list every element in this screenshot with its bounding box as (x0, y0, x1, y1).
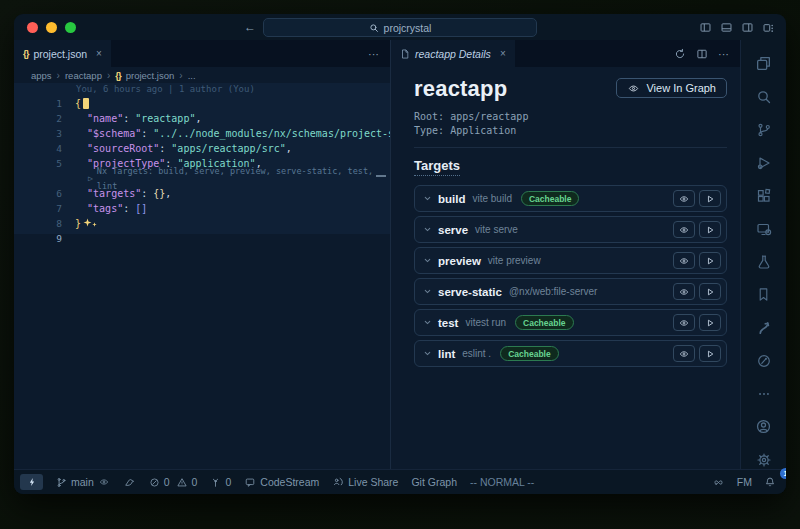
run-target-button[interactable] (699, 252, 721, 269)
chevron-down-icon[interactable] (423, 349, 432, 358)
search-icon[interactable] (741, 80, 786, 113)
view-target-button[interactable] (673, 190, 695, 207)
account-icon[interactable] (741, 410, 786, 443)
root-label: Root: (414, 111, 444, 122)
toggle-primary-sidebar-icon[interactable] (699, 21, 712, 34)
vim-mode-indicator: -- NORMAL -- (470, 476, 534, 488)
line-number: 3 (14, 126, 75, 141)
target-row-lint[interactable]: lint eslint . Cacheable (414, 340, 727, 367)
nx-console-icon[interactable] (741, 311, 786, 344)
git-branch-item[interactable]: main (56, 476, 110, 488)
split-editor-icon[interactable] (696, 48, 708, 60)
chevron-down-icon[interactable] (423, 256, 432, 265)
cacheable-badge: Cacheable (521, 191, 580, 206)
chevron-down-icon[interactable] (423, 194, 432, 203)
breadcrumb-item-reactapp[interactable]: reactapp (65, 70, 102, 81)
settings-badge: 1 (780, 468, 786, 479)
close-tab-icon[interactable]: × (500, 48, 506, 59)
settings-gear-icon[interactable]: 1 (741, 443, 786, 476)
notifications-bell-icon[interactable] (764, 476, 776, 488)
line-number: 2 (14, 111, 75, 126)
toggle-secondary-sidebar-icon[interactable] (741, 21, 754, 34)
problems-item[interactable]: 0 0 (149, 476, 198, 488)
view-target-button[interactable] (673, 252, 695, 269)
chevron-down-icon[interactable] (423, 318, 432, 327)
target-row-serve-static[interactable]: serve-static @nx/web:file-server (414, 278, 727, 305)
json-file-icon: {} (115, 70, 120, 81)
refresh-icon[interactable] (674, 48, 686, 60)
editor-tabstrip: {} project.json × ··· (14, 40, 390, 67)
view-target-button[interactable] (673, 221, 695, 238)
editor-group: {} project.json × ··· apps › reactapp › … (14, 40, 390, 469)
explorer-icon[interactable] (741, 47, 786, 80)
target-row-preview[interactable]: preview vite preview (414, 247, 727, 274)
close-window-button[interactable] (27, 22, 38, 33)
details-actions: ··· (674, 40, 740, 67)
run-target-button[interactable] (699, 314, 721, 331)
code-line-9: 9 (14, 231, 390, 246)
run-debug-icon[interactable] (741, 146, 786, 179)
run-target-button[interactable] (699, 190, 721, 207)
status-right: FM (712, 476, 776, 488)
run-target-button[interactable] (699, 345, 721, 362)
code-line-8: 8 } (14, 216, 390, 231)
fm-indicator[interactable]: FM (737, 476, 752, 488)
bookmark-icon[interactable] (741, 278, 786, 311)
target-row-build[interactable]: build vite build Cacheable (414, 185, 727, 212)
more-actions-icon[interactable]: ··· (368, 48, 379, 60)
code-line-1: 1 { (14, 96, 390, 111)
bird-indicator-icon[interactable] (123, 477, 136, 488)
chevron-down-icon[interactable] (423, 287, 432, 296)
details-panel-group: reactapp Details × ··· reactapp View In … (391, 40, 740, 469)
codestream-item[interactable]: CodeStream (244, 476, 319, 488)
more-actions-icon[interactable]: ··· (718, 48, 729, 60)
zoom-window-button[interactable] (65, 22, 76, 33)
ai-sparkle-icon[interactable] (83, 218, 97, 227)
tab-project-json[interactable]: {} project.json × (14, 40, 111, 67)
breadcrumb-item-symbol[interactable]: ... (188, 70, 196, 81)
breadcrumb-item-apps[interactable]: apps (31, 70, 52, 81)
play-icon: ▷ (88, 171, 93, 186)
extensions-icon[interactable] (741, 179, 786, 212)
view-target-button[interactable] (673, 283, 695, 300)
source-control-icon[interactable] (741, 113, 786, 146)
codestream-icon (244, 477, 256, 488)
target-row-test[interactable]: test vitest run Cacheable (414, 309, 727, 336)
close-tab-icon[interactable]: × (96, 48, 102, 59)
eye-icon[interactable] (98, 477, 110, 487)
view-target-button[interactable] (673, 345, 695, 362)
view-in-graph-button[interactable]: View In Graph (616, 78, 727, 98)
copilot-icon[interactable] (712, 477, 725, 488)
target-row-serve[interactable]: serve vite serve (414, 216, 727, 243)
json-file-icon: {} (23, 48, 28, 59)
code-line-7: 7 "tags": [] (14, 201, 390, 216)
git-graph-item[interactable]: Git Graph (411, 476, 457, 488)
minimize-window-button[interactable] (46, 22, 57, 33)
view-target-button[interactable] (673, 314, 695, 331)
command-center-search[interactable]: projcrystal (263, 18, 537, 37)
back-arrow-button[interactable]: ← (244, 20, 256, 34)
more-views-icon[interactable] (741, 377, 786, 410)
gitlens-icon[interactable] (741, 344, 786, 377)
chevron-down-icon[interactable] (423, 225, 432, 234)
broadcast-item[interactable]: 0 (210, 476, 231, 488)
search-text: projcrystal (384, 22, 432, 34)
breadcrumb-item-project-json[interactable]: project.json (126, 70, 175, 81)
run-target-button[interactable] (699, 283, 721, 300)
desktop: { "titlebar": { "search": "projcrystal",… (0, 0, 800, 529)
remote-lightning-icon[interactable] (20, 474, 43, 490)
run-target-button[interactable] (699, 221, 721, 238)
root-value: apps/reactapp (450, 111, 528, 122)
remote-explorer-icon[interactable] (741, 212, 786, 245)
test-beaker-icon[interactable] (741, 245, 786, 278)
line-number: 7 (14, 201, 75, 216)
liveshare-icon (332, 476, 344, 488)
code-editor[interactable]: You, 6 hours ago | 1 author (You) 1 { 2 … (14, 83, 390, 469)
nx-targets-codelens[interactable]: ▷ Nx Targets: build, serve, preview, ser… (14, 171, 390, 186)
tab-reactapp-details[interactable]: reactapp Details × (391, 40, 515, 67)
liveshare-item[interactable]: Live Share (332, 476, 398, 488)
customize-layout-icon[interactable] (762, 21, 775, 34)
toggle-panel-icon[interactable] (720, 21, 733, 34)
line-number: 5 (14, 156, 75, 171)
workbench: {} project.json × ··· apps › reactapp › … (14, 40, 786, 469)
